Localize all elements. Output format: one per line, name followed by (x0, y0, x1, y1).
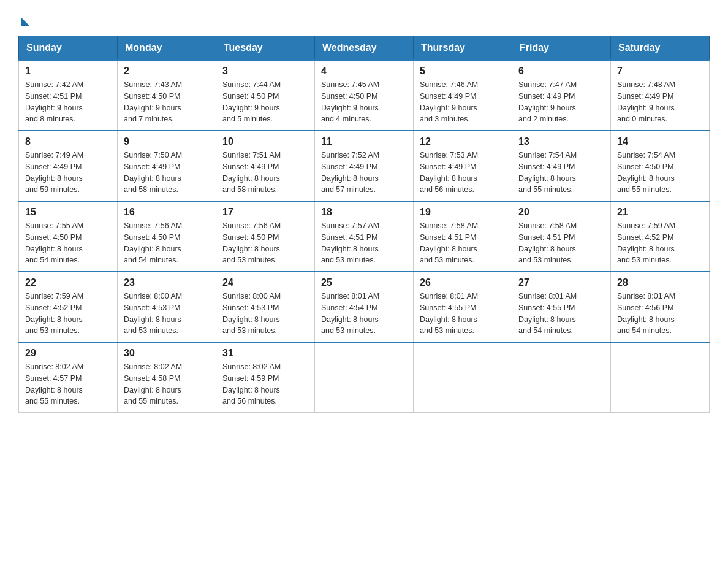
day-number: 8 (25, 136, 111, 147)
calendar-week-row: 15 Sunrise: 7:55 AMSunset: 4:50 PMDaylig… (19, 201, 710, 272)
calendar-day-cell: 12 Sunrise: 7:53 AMSunset: 4:49 PMDaylig… (414, 131, 512, 201)
day-number: 30 (124, 348, 210, 359)
page-header (18, 12, 710, 23)
calendar-day-cell: 24 Sunrise: 8:00 AMSunset: 4:53 PMDaylig… (216, 272, 315, 342)
day-info: Sunrise: 7:55 AMSunset: 4:50 PMDaylight:… (25, 221, 83, 264)
day-info: Sunrise: 8:00 AMSunset: 4:53 PMDaylight:… (222, 292, 281, 335)
day-info: Sunrise: 8:01 AMSunset: 4:54 PMDaylight:… (321, 292, 379, 335)
day-info: Sunrise: 7:47 AMSunset: 4:49 PMDaylight:… (518, 80, 577, 123)
day-number: 16 (124, 207, 210, 218)
day-info: Sunrise: 7:45 AMSunset: 4:50 PMDaylight:… (321, 80, 379, 123)
calendar-day-cell: 30 Sunrise: 8:02 AMSunset: 4:58 PMDaylig… (118, 342, 216, 413)
calendar-day-cell: 15 Sunrise: 7:55 AMSunset: 4:50 PMDaylig… (19, 201, 118, 272)
calendar-day-cell: 28 Sunrise: 8:01 AMSunset: 4:56 PMDaylig… (611, 272, 710, 342)
day-info: Sunrise: 7:54 AMSunset: 4:50 PMDaylight:… (617, 151, 675, 194)
day-info: Sunrise: 7:42 AMSunset: 4:51 PMDaylight:… (25, 80, 83, 123)
calendar-day-header: Sunday (19, 36, 118, 61)
calendar-day-header: Tuesday (216, 36, 315, 61)
day-info: Sunrise: 8:02 AMSunset: 4:58 PMDaylight:… (124, 362, 182, 405)
calendar-day-cell: 1 Sunrise: 7:42 AMSunset: 4:51 PMDayligh… (19, 60, 118, 131)
day-info: Sunrise: 8:00 AMSunset: 4:53 PMDaylight:… (124, 292, 182, 335)
calendar-day-cell: 31 Sunrise: 8:02 AMSunset: 4:59 PMDaylig… (216, 342, 315, 413)
calendar-day-cell: 10 Sunrise: 7:51 AMSunset: 4:49 PMDaylig… (216, 131, 315, 201)
day-number: 10 (222, 136, 308, 147)
day-number: 1 (25, 66, 111, 77)
calendar-day-header: Monday (118, 36, 216, 61)
calendar-day-cell: 27 Sunrise: 8:01 AMSunset: 4:55 PMDaylig… (512, 272, 611, 342)
day-info: Sunrise: 8:01 AMSunset: 4:56 PMDaylight:… (617, 292, 675, 335)
day-number: 22 (25, 277, 111, 288)
day-info: Sunrise: 7:59 AMSunset: 4:52 PMDaylight:… (25, 292, 83, 335)
day-number: 26 (420, 277, 506, 288)
calendar-day-cell: 3 Sunrise: 7:44 AMSunset: 4:50 PMDayligh… (216, 60, 315, 131)
day-number: 7 (617, 66, 703, 77)
calendar-day-cell: 22 Sunrise: 7:59 AMSunset: 4:52 PMDaylig… (19, 272, 118, 342)
calendar-day-cell: 19 Sunrise: 7:58 AMSunset: 4:51 PMDaylig… (414, 201, 512, 272)
day-info: Sunrise: 8:02 AMSunset: 4:57 PMDaylight:… (25, 362, 83, 405)
day-number: 5 (420, 66, 506, 77)
calendar-day-cell: 20 Sunrise: 7:58 AMSunset: 4:51 PMDaylig… (512, 201, 611, 272)
calendar-day-cell (512, 342, 611, 413)
day-info: Sunrise: 8:02 AMSunset: 4:59 PMDaylight:… (222, 362, 281, 405)
calendar-day-cell: 2 Sunrise: 7:43 AMSunset: 4:50 PMDayligh… (118, 60, 216, 131)
day-info: Sunrise: 7:43 AMSunset: 4:50 PMDaylight:… (124, 80, 182, 123)
day-number: 3 (222, 66, 308, 77)
calendar-day-header: Wednesday (315, 36, 414, 61)
calendar-day-cell: 16 Sunrise: 7:56 AMSunset: 4:50 PMDaylig… (118, 201, 216, 272)
day-number: 11 (321, 136, 407, 147)
day-info: Sunrise: 7:52 AMSunset: 4:49 PMDaylight:… (321, 151, 379, 194)
day-number: 4 (321, 66, 407, 77)
calendar-body: 1 Sunrise: 7:42 AMSunset: 4:51 PMDayligh… (19, 60, 710, 413)
calendar-day-cell: 5 Sunrise: 7:46 AMSunset: 4:49 PMDayligh… (414, 60, 512, 131)
day-number: 24 (222, 277, 308, 288)
day-number: 9 (124, 136, 210, 147)
day-info: Sunrise: 7:59 AMSunset: 4:52 PMDaylight:… (617, 221, 675, 264)
calendar-day-cell: 23 Sunrise: 8:00 AMSunset: 4:53 PMDaylig… (118, 272, 216, 342)
calendar-day-cell: 17 Sunrise: 7:56 AMSunset: 4:50 PMDaylig… (216, 201, 315, 272)
calendar-day-cell: 14 Sunrise: 7:54 AMSunset: 4:50 PMDaylig… (611, 131, 710, 201)
day-info: Sunrise: 7:54 AMSunset: 4:49 PMDaylight:… (518, 151, 577, 194)
calendar-day-cell: 11 Sunrise: 7:52 AMSunset: 4:49 PMDaylig… (315, 131, 414, 201)
day-info: Sunrise: 7:50 AMSunset: 4:49 PMDaylight:… (124, 151, 182, 194)
calendar-table: SundayMondayTuesdayWednesdayThursdayFrid… (18, 36, 710, 413)
day-number: 6 (518, 66, 604, 77)
day-info: Sunrise: 7:46 AMSunset: 4:49 PMDaylight:… (420, 80, 478, 123)
day-info: Sunrise: 7:56 AMSunset: 4:50 PMDaylight:… (222, 221, 281, 264)
calendar-day-cell: 8 Sunrise: 7:49 AMSunset: 4:49 PMDayligh… (19, 131, 118, 201)
calendar-day-header: Friday (512, 36, 611, 61)
day-info: Sunrise: 7:57 AMSunset: 4:51 PMDaylight:… (321, 221, 379, 264)
day-info: Sunrise: 7:44 AMSunset: 4:50 PMDaylight:… (222, 80, 281, 123)
day-number: 25 (321, 277, 407, 288)
calendar-day-cell (611, 342, 710, 413)
calendar-day-cell (414, 342, 512, 413)
calendar-day-cell: 9 Sunrise: 7:50 AMSunset: 4:49 PMDayligh… (118, 131, 216, 201)
day-number: 13 (518, 136, 604, 147)
calendar-day-header: Saturday (611, 36, 710, 61)
calendar-header: SundayMondayTuesdayWednesdayThursdayFrid… (19, 36, 710, 61)
day-info: Sunrise: 8:01 AMSunset: 4:55 PMDaylight:… (420, 292, 478, 335)
day-number: 17 (222, 207, 308, 218)
day-number: 18 (321, 207, 407, 218)
day-number: 12 (420, 136, 506, 147)
day-number: 15 (25, 207, 111, 218)
logo (18, 12, 29, 23)
day-number: 21 (617, 207, 703, 218)
day-info: Sunrise: 7:51 AMSunset: 4:49 PMDaylight:… (222, 151, 281, 194)
day-number: 19 (420, 207, 506, 218)
day-number: 23 (124, 277, 210, 288)
day-info: Sunrise: 7:58 AMSunset: 4:51 PMDaylight:… (518, 221, 577, 264)
calendar-day-cell: 25 Sunrise: 8:01 AMSunset: 4:54 PMDaylig… (315, 272, 414, 342)
calendar-day-cell: 18 Sunrise: 7:57 AMSunset: 4:51 PMDaylig… (315, 201, 414, 272)
day-number: 20 (518, 207, 604, 218)
calendar-week-row: 22 Sunrise: 7:59 AMSunset: 4:52 PMDaylig… (19, 272, 710, 342)
calendar-day-cell: 6 Sunrise: 7:47 AMSunset: 4:49 PMDayligh… (512, 60, 611, 131)
calendar-day-cell: 7 Sunrise: 7:48 AMSunset: 4:49 PMDayligh… (611, 60, 710, 131)
calendar-day-cell: 13 Sunrise: 7:54 AMSunset: 4:49 PMDaylig… (512, 131, 611, 201)
day-number: 27 (518, 277, 604, 288)
day-number: 14 (617, 136, 703, 147)
calendar-header-row: SundayMondayTuesdayWednesdayThursdayFrid… (19, 36, 710, 61)
day-number: 29 (25, 348, 111, 359)
calendar-week-row: 8 Sunrise: 7:49 AMSunset: 4:49 PMDayligh… (19, 131, 710, 201)
calendar-day-cell (315, 342, 414, 413)
day-info: Sunrise: 7:53 AMSunset: 4:49 PMDaylight:… (420, 151, 478, 194)
